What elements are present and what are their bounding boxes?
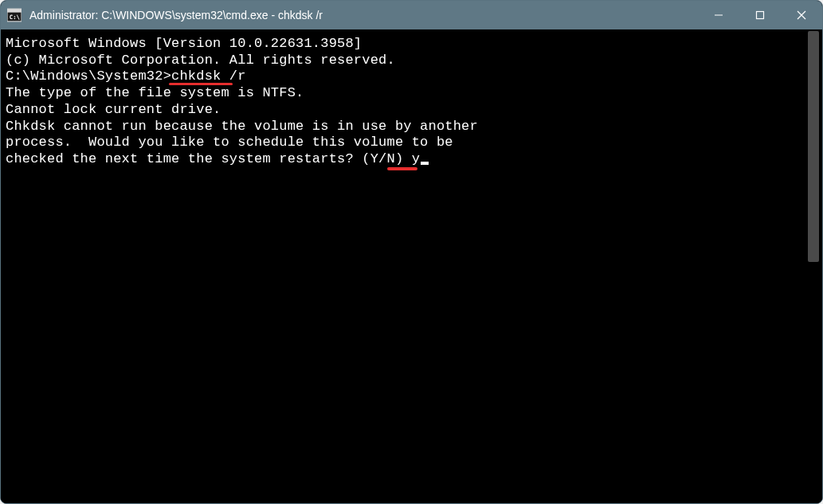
cmd-window: C:\ Administrator: C:\WINDOWS\system32\c… [0, 0, 823, 504]
annotation-underline-icon [387, 167, 417, 170]
minimize-button[interactable] [698, 1, 739, 29]
window-title: Administrator: C:\WINDOWS\system32\cmd.e… [29, 9, 698, 21]
window-controls [698, 1, 822, 29]
cmd-icon: C:\ [7, 8, 22, 22]
output-line: Cannot lock current drive. [6, 102, 801, 119]
output-line: Chkdsk cannot run because the volume is … [6, 119, 801, 135]
console-output[interactable]: Microsoft Windows [Version 10.0.22631.39… [1, 29, 806, 503]
console-body: Microsoft Windows [Version 10.0.22631.39… [1, 29, 822, 503]
prompt-line: C:\Windows\System32>chkdsk /r [6, 68, 246, 85]
svg-rect-4 [757, 12, 764, 19]
output-line: (c) Microsoft Corporation. All rights re… [6, 53, 801, 69]
maximize-button[interactable] [739, 1, 781, 29]
svg-rect-1 [7, 9, 22, 13]
svg-text:C:\: C:\ [10, 14, 20, 21]
scrollbar-thumb[interactable] [808, 31, 819, 262]
scrollbar[interactable] [806, 31, 821, 502]
prompt-answer-line: checked the next time the system restart… [6, 151, 429, 168]
close-button[interactable] [781, 1, 822, 29]
titlebar[interactable]: C:\ Administrator: C:\WINDOWS\system32\c… [1, 1, 822, 29]
prompt-command: chkdsk /r [171, 68, 246, 84]
cursor-icon [421, 162, 429, 165]
annotation-underline-icon [169, 83, 233, 85]
output-line: process. Would you like to schedule this… [6, 135, 801, 151]
user-input: y [412, 151, 420, 166]
prompt-path: C:\Windows\System32> [6, 68, 171, 84]
prompt-question: checked the next time the system restart… [6, 151, 412, 166]
output-line: Microsoft Windows [Version 10.0.22631.39… [6, 36, 801, 53]
output-line: The type of the file system is NTFS. [6, 85, 801, 102]
